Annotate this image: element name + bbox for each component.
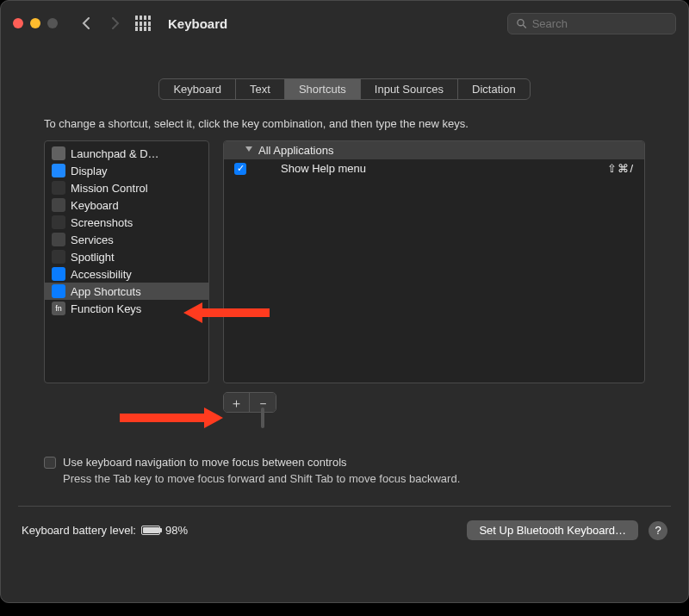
group-header-label: All Applications <box>258 144 333 157</box>
panels: Launchpad & D…DisplayMission ControlKeyb… <box>44 140 645 383</box>
group-header[interactable]: All Applications <box>224 141 644 159</box>
annotation-arrow-2 <box>120 408 223 428</box>
tab-text[interactable]: Text <box>236 79 285 99</box>
bluetooth-setup-button[interactable]: Set Up Bluetooth Keyboard… <box>467 520 638 540</box>
window-title: Keyboard <box>168 16 227 31</box>
category-item[interactable]: Keyboard <box>45 196 208 214</box>
category-item[interactable]: Display <box>45 162 208 179</box>
instruction-text: To change a shortcut, select it, click t… <box>44 117 645 130</box>
keyboard-nav-label: Use keyboard navigation to move focus be… <box>63 456 347 469</box>
add-button[interactable]: ＋ <box>224 393 250 412</box>
category-label: Screenshots <box>71 216 133 229</box>
category-label: Display <box>71 165 108 177</box>
category-item[interactable]: fnFunction Keys <box>45 300 208 317</box>
zoom-window-button[interactable] <box>47 18 58 28</box>
back-button[interactable] <box>75 12 97 34</box>
category-label: Mission Control <box>71 182 148 195</box>
help-button[interactable]: ? <box>649 521 667 540</box>
battery-percent: 98% <box>165 524 188 537</box>
close-window-button[interactable] <box>13 18 23 28</box>
keyboard-nav-help: Press the Tab key to move focus forward … <box>63 472 645 485</box>
battery-status: Keyboard battery level: 98% <box>22 524 188 537</box>
category-label: Accessibility <box>71 268 132 281</box>
category-icon <box>52 215 65 229</box>
tab-dictation[interactable]: Dictation <box>458 79 530 99</box>
category-icon <box>52 198 65 212</box>
shortcut-checkbox[interactable]: ✓ <box>234 163 246 175</box>
search-icon <box>517 18 527 29</box>
forward-button <box>104 12 127 34</box>
category-icon: fn <box>52 302 65 315</box>
category-label: Spotlight <box>71 251 115 264</box>
category-icon <box>52 250 65 264</box>
category-label: Services <box>71 233 114 246</box>
preferences-window: Keyboard KeyboardTextShortcutsInput Sour… <box>0 0 689 603</box>
tab-shortcuts[interactable]: Shortcuts <box>285 79 361 99</box>
traffic-lights <box>13 18 58 28</box>
tab-keyboard[interactable]: Keyboard <box>159 79 236 99</box>
shortcut-label: Show Help menu <box>281 162 599 175</box>
category-icon <box>52 233 65 246</box>
shortcut-keys[interactable]: ⇧⌘/ <box>607 162 634 175</box>
category-icon <box>52 146 65 160</box>
footer: Keyboard battery level: 98% Set Up Bluet… <box>1 507 688 554</box>
battery-label: Keyboard battery level: <box>22 524 136 537</box>
keyboard-nav-row: Use keyboard navigation to move focus be… <box>44 456 645 469</box>
shortcuts-panel[interactable]: All Applications ✓Show Help menu⇧⌘/ <box>223 140 645 383</box>
category-label: App Shortcuts <box>71 285 141 298</box>
category-icon <box>52 164 65 177</box>
tab-bar: KeyboardTextShortcutsInput SourcesDictat… <box>1 78 688 100</box>
category-icon <box>52 267 65 281</box>
category-label: Keyboard <box>71 199 119 212</box>
category-icon <box>52 284 65 298</box>
show-all-icon[interactable] <box>135 16 151 31</box>
minimize-window-button[interactable] <box>30 18 40 28</box>
shortcut-row[interactable]: ✓Show Help menu⇧⌘/ <box>224 159 644 177</box>
svg-point-0 <box>518 19 524 25</box>
search-input[interactable] <box>532 17 667 30</box>
category-label: Launchpad & D… <box>71 147 159 160</box>
search-field[interactable] <box>507 13 676 34</box>
category-item[interactable]: Services <box>45 231 208 248</box>
titlebar: Keyboard <box>1 1 688 46</box>
category-item[interactable]: App Shortcuts <box>45 283 208 300</box>
svg-line-1 <box>523 24 526 28</box>
category-item[interactable]: Screenshots <box>45 214 208 231</box>
category-label: Function Keys <box>71 302 141 315</box>
battery-icon <box>141 526 160 535</box>
resize-handle[interactable] <box>261 408 264 428</box>
category-item[interactable]: Accessibility <box>45 265 208 283</box>
category-icon <box>52 181 65 195</box>
tab-input-sources[interactable]: Input Sources <box>361 79 458 99</box>
category-item[interactable]: Mission Control <box>45 179 208 196</box>
keyboard-nav-checkbox[interactable] <box>44 457 56 469</box>
add-remove-buttons: ＋ － <box>223 392 276 413</box>
disclosure-triangle-icon[interactable] <box>245 146 252 152</box>
category-item[interactable]: Spotlight <box>45 248 208 265</box>
category-item[interactable]: Launchpad & D… <box>45 145 208 162</box>
category-list[interactable]: Launchpad & D…DisplayMission ControlKeyb… <box>44 140 209 383</box>
